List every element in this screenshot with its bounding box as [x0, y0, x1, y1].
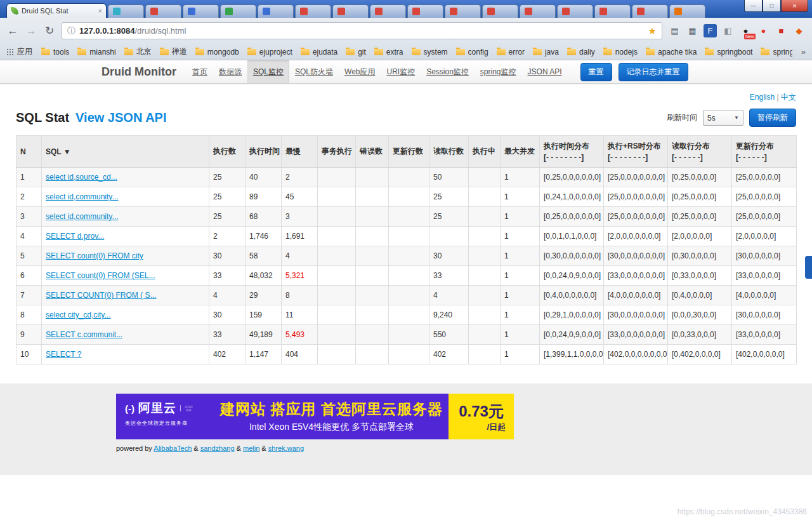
extension-icon[interactable]: ◧: [721, 24, 735, 37]
sql-link[interactable]: select id,community...: [46, 212, 118, 221]
browser-tab[interactable]: [445, 4, 481, 18]
data-cell: 49,189: [246, 325, 282, 345]
data-cell: [469, 286, 501, 305]
sql-link[interactable]: select city_cd,city...: [46, 310, 110, 319]
forward-icon[interactable]: →: [25, 25, 37, 37]
address-bar[interactable]: ⓘ 127.0.0.1:8084/druid/sql.html ★: [62, 22, 662, 39]
bookmark-item[interactable]: nodejs: [603, 46, 638, 57]
sql-link[interactable]: SELECT COUNT(0) FROM ( S...: [46, 291, 156, 300]
credit-link[interactable]: shrek.wang: [268, 444, 304, 452]
folder-icon: [761, 49, 769, 55]
data-cell: [469, 266, 501, 286]
browser-tab[interactable]: [183, 4, 219, 18]
bookmark-item[interactable]: spring: [761, 46, 792, 57]
bookmark-item[interactable]: daliy: [567, 46, 595, 57]
nav-item-4[interactable]: SQL防火墙: [289, 60, 339, 83]
reload-icon[interactable]: ↻: [43, 24, 56, 37]
browser-tab[interactable]: [370, 4, 406, 18]
log-and-reset-button[interactable]: 记录日志并重置: [619, 63, 688, 81]
bookmark-item[interactable]: ejudata: [301, 46, 337, 57]
aliyun-ad-banner[interactable]: (-) 阿里云 ○○○ ○○ 奥运会全球指定云服务商 建网站 搭应用 首选阿里云…: [116, 394, 514, 439]
sql-stat-table: NSQL ▼执行数执行时间最慢事务执行错误数更新行数读取行数执行中最大并发执行时…: [16, 135, 797, 364]
extension-icon[interactable]: ●: [757, 24, 770, 37]
extension-icon[interactable]: ■: [775, 24, 788, 37]
data-cell: 5: [16, 246, 42, 266]
bookmark-label: daliy: [579, 48, 595, 57]
bookmark-item[interactable]: git: [346, 46, 366, 57]
browser-tab[interactable]: [669, 4, 705, 18]
browser-tab[interactable]: [295, 4, 331, 18]
sql-link[interactable]: SELECT d.prov...: [46, 232, 104, 241]
nav-item-6[interactable]: URI监控: [381, 60, 421, 83]
browser-tab[interactable]: [482, 4, 518, 18]
bookmarks-overflow-icon[interactable]: »: [801, 47, 806, 57]
bookmark-item[interactable]: system: [412, 46, 448, 57]
browser-tab-active[interactable]: Druid SQL Stat ×: [6, 3, 107, 18]
brand-druid-monitor[interactable]: Druid Monitor: [102, 65, 176, 79]
extension-icon[interactable]: ▤: [668, 24, 681, 37]
bookmark-item[interactable]: tools: [41, 46, 69, 57]
maximize-button[interactable]: □: [763, 0, 781, 12]
sql-link[interactable]: SELECT ?: [46, 350, 81, 359]
browser-tab[interactable]: [145, 4, 181, 18]
sql-link[interactable]: SELECT c.communit...: [46, 330, 122, 339]
lang-english-link[interactable]: English: [750, 93, 775, 102]
browser-tab[interactable]: [557, 4, 593, 18]
bookmark-star-icon[interactable]: ★: [648, 25, 657, 37]
sql-link[interactable]: select id,source_cd...: [46, 173, 117, 182]
bookmark-item[interactable]: mongodb: [195, 46, 239, 57]
minimize-button[interactable]: —: [744, 0, 763, 12]
browser-tab[interactable]: [594, 4, 631, 18]
nav-item-2[interactable]: 数据源: [213, 60, 247, 83]
sql-link[interactable]: SELECT count(0) FROM (SEL...: [46, 271, 155, 280]
sql-link[interactable]: select id,community...: [46, 192, 118, 201]
view-json-api-link[interactable]: View JSON API: [75, 110, 166, 125]
extension-icon[interactable]: ▦: [686, 24, 699, 37]
extension-icon[interactable]: ●New: [739, 24, 752, 37]
pause-refresh-button[interactable]: 暂停刷新: [749, 109, 796, 127]
extension-icon[interactable]: F: [704, 24, 717, 37]
bookmark-item[interactable]: 北京: [124, 46, 152, 57]
reset-button[interactable]: 重置: [580, 63, 612, 81]
browser-tab[interactable]: [108, 4, 144, 18]
nav-item-5[interactable]: Web应用: [339, 60, 381, 83]
bookmark-item[interactable]: mianshi: [77, 46, 115, 57]
close-button[interactable]: ×: [781, 0, 808, 12]
browser-tab[interactable]: [520, 4, 556, 18]
credit-link[interactable]: sandzhang: [200, 444, 235, 452]
nav-item-8[interactable]: spring监控: [475, 60, 522, 83]
bookmark-item[interactable]: apache tika: [646, 46, 697, 57]
column-header[interactable]: SQL ▼: [42, 136, 209, 168]
credit-link[interactable]: melin: [243, 444, 259, 452]
bookmark-label: 北京: [136, 46, 152, 57]
bookmark-item[interactable]: extra: [374, 46, 403, 57]
data-cell: [389, 286, 429, 305]
browser-tab[interactable]: [220, 4, 256, 18]
back-icon[interactable]: ←: [6, 25, 19, 37]
nav-item-7[interactable]: Session监控: [421, 60, 475, 83]
side-scroll-handle[interactable]: [805, 256, 812, 279]
apps-shortcut[interactable]: 应用: [6, 46, 32, 57]
bookmark-item[interactable]: error: [497, 46, 525, 57]
tab-close-icon[interactable]: ×: [98, 7, 102, 15]
browser-tab[interactable]: [258, 4, 294, 18]
nav-item-1[interactable]: 首页: [187, 60, 213, 83]
bookmark-item[interactable]: config: [456, 46, 488, 57]
browser-tab[interactable]: [332, 4, 369, 18]
refresh-interval-select[interactable]: 5s ▼: [703, 110, 743, 126]
credit-link[interactable]: AlibabaTech: [154, 444, 192, 452]
bookmark-item[interactable]: 禅道: [160, 46, 187, 57]
data-cell: 30: [209, 305, 246, 325]
browser-tab[interactable]: [407, 4, 443, 18]
bookmark-item[interactable]: ejuproject: [247, 46, 292, 57]
bookmark-item[interactable]: java: [533, 46, 559, 57]
nav-item-9[interactable]: JSON API: [522, 60, 568, 83]
extension-icon[interactable]: ◆: [792, 24, 806, 37]
browser-toolbar: ← → ↻ ⓘ 127.0.0.1:8084/druid/sql.html ★ …: [0, 18, 812, 44]
page-info-icon[interactable]: ⓘ: [67, 25, 75, 37]
browser-tab[interactable]: [632, 4, 668, 18]
sql-link[interactable]: SELECT count(0) FROM city: [46, 251, 143, 260]
bookmark-item[interactable]: springboot: [705, 46, 752, 57]
nav-item-3[interactable]: SQL监控: [247, 60, 289, 83]
lang-chinese-link[interactable]: 中文: [781, 93, 796, 102]
